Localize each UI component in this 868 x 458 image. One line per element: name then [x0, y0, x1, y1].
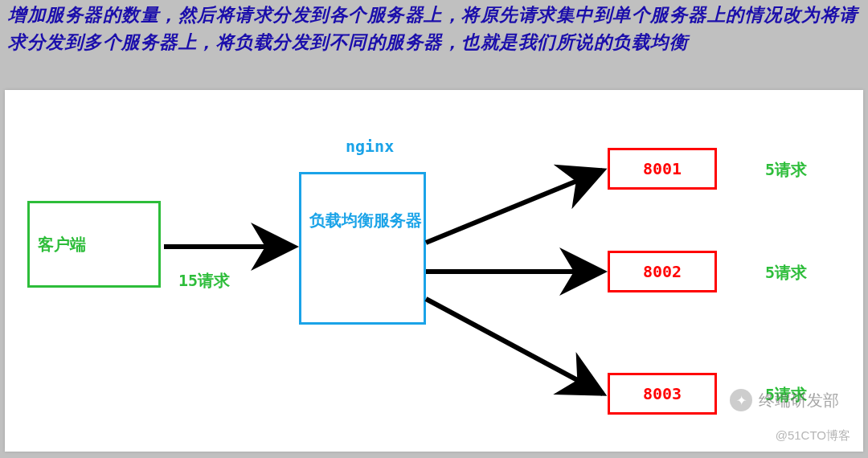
- wechat-watermark: ✦ 终端研发部: [730, 389, 839, 411]
- source-watermark: @51CTO博客: [776, 428, 850, 444]
- wechat-channel-name: 终端研发部: [759, 390, 839, 411]
- diagram-canvas: 客户端 nginx 负载均衡服务器 8001 8002 8003 15请求 5请…: [5, 90, 863, 452]
- intro-paragraph: 增加服务器的数量，然后将请求分发到各个服务器上，将原先请求集中到单个服务器上的情…: [0, 0, 868, 61]
- arrow-lb-to-8001: [426, 170, 603, 243]
- wechat-icon: ✦: [730, 389, 752, 411]
- arrow-lb-to-8003: [426, 299, 603, 394]
